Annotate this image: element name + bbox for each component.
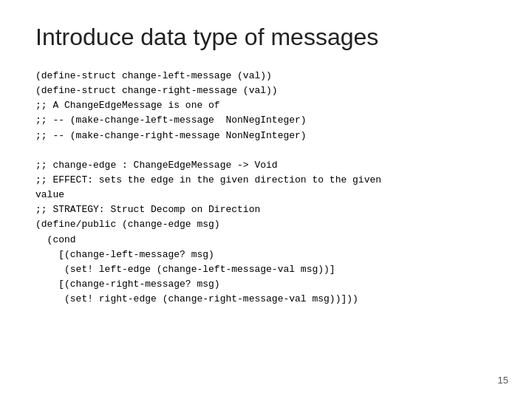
code-block: (define-struct change-left-message (val)… (35, 69, 497, 307)
slide: Introduce data type of messages (define-… (0, 0, 532, 399)
page-number: 15 (498, 375, 508, 386)
slide-title: Introduce data type of messages (35, 24, 497, 51)
